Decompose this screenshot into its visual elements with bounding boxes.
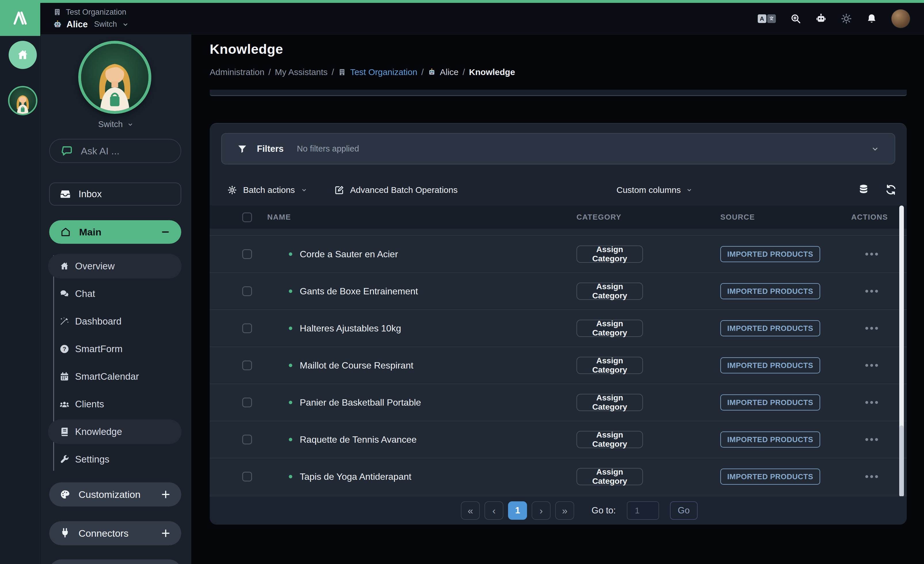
pagination-last-button[interactable]: »: [555, 501, 574, 520]
assistant-switch-label[interactable]: Switch: [94, 20, 117, 29]
sidebar-item-chat[interactable]: Chat: [40, 280, 191, 308]
row-checkbox[interactable]: [242, 435, 252, 444]
chat-bubble-icon: [61, 145, 73, 157]
row-actions-menu[interactable]: [866, 290, 879, 293]
advanced-batch-operations-button[interactable]: Advanced Batch Operations: [334, 185, 458, 195]
go-button[interactable]: Go: [670, 501, 698, 520]
assign-category-button[interactable]: Assign Category: [576, 245, 643, 263]
row-name[interactable]: Raquette de Tennis Avancee: [300, 434, 417, 445]
pagination-page-1[interactable]: 1: [508, 501, 527, 520]
home-button[interactable]: [9, 41, 37, 69]
sidebar-item-dashboard[interactable]: Dashboard: [40, 308, 191, 335]
gear-icon: [227, 185, 237, 195]
row-actions-menu[interactable]: [866, 327, 879, 330]
sidebar-section-partial[interactable]: [49, 560, 181, 564]
sidebar-item-knowledge[interactable]: Knowledge: [40, 418, 191, 446]
batch-actions-button[interactable]: Batch actions: [227, 185, 308, 195]
sidebar-item-settings[interactable]: Settings: [40, 446, 191, 473]
column-header-category[interactable]: CATEGORY: [576, 213, 720, 221]
assistant-mini-avatar[interactable]: [8, 86, 38, 115]
ask-ai-button[interactable]: Ask AI ...: [49, 139, 181, 163]
top-accent-strip: [0, 0, 924, 3]
row-name[interactable]: Gants de Boxe Entrainement: [300, 286, 418, 297]
search-zoom-icon[interactable]: [790, 13, 801, 24]
palette-icon: [60, 489, 70, 500]
breadcrumb-assistant[interactable]: Alice: [440, 67, 459, 77]
sidebar-item-overview[interactable]: Overview: [40, 252, 191, 280]
row-actions-menu[interactable]: [866, 401, 879, 404]
table-scrollbar[interactable]: [899, 205, 904, 497]
row-name[interactable]: Corde a Sauter en Acier: [300, 249, 398, 260]
filters-panel[interactable]: Filters No filters applied: [221, 133, 895, 165]
row-actions-menu[interactable]: [866, 364, 879, 367]
row-name[interactable]: Panier de Basketball Portable: [300, 397, 421, 408]
assistant-name: Alice: [66, 19, 88, 30]
row-name[interactable]: Tapis de Yoga Antiderapant: [300, 471, 411, 482]
data-source-button[interactable]: [857, 183, 870, 196]
goto-page-input[interactable]: [627, 501, 659, 520]
magic-wand-icon: [59, 316, 70, 326]
user-avatar[interactable]: [891, 9, 910, 28]
chevron-down-icon[interactable]: [870, 144, 880, 154]
table-row: Panier de Basketball Portable Assign Cat…: [210, 384, 907, 421]
row-checkbox[interactable]: [242, 323, 252, 333]
ai-assistant-icon[interactable]: [815, 13, 827, 24]
org-assistant-block: Test Organization Alice Switch: [53, 8, 129, 30]
source-badge: IMPORTED PRODUCTS: [720, 394, 820, 410]
main-section-toggle[interactable]: Main: [49, 220, 181, 244]
sidebar-item-smartcalendar[interactable]: SmartCalendar: [40, 363, 191, 390]
theme-toggle-sun-icon[interactable]: [841, 13, 852, 24]
assistant-switch[interactable]: Switch: [40, 120, 191, 129]
assistant-row[interactable]: Alice Switch: [53, 19, 129, 30]
breadcrumb-administration[interactable]: Administration: [210, 67, 264, 77]
sidebar-section-customization[interactable]: Customization: [49, 482, 181, 507]
pagination-prev-button[interactable]: ‹: [484, 501, 503, 520]
row-actions-menu[interactable]: [866, 438, 879, 441]
status-dot: [289, 364, 292, 367]
assign-category-button[interactable]: Assign Category: [576, 431, 643, 448]
row-checkbox[interactable]: [242, 361, 252, 370]
sidebar-item-smartform[interactable]: ? SmartForm: [40, 335, 191, 363]
assign-category-button[interactable]: Assign Category: [576, 357, 643, 374]
sidebar-item-clients[interactable]: Clients: [40, 390, 191, 418]
source-badge: IMPORTED PRODUCTS: [720, 431, 820, 447]
custom-columns-button[interactable]: Custom columns: [616, 180, 693, 200]
column-header-name[interactable]: NAME: [267, 213, 576, 221]
row-checkbox[interactable]: [242, 472, 252, 482]
select-all-checkbox[interactable]: [242, 212, 252, 222]
assign-category-button[interactable]: Assign Category: [576, 320, 643, 337]
breadcrumb-organization[interactable]: Test Organization: [350, 67, 417, 77]
row-checkbox[interactable]: [242, 398, 252, 407]
assign-category-button[interactable]: Assign Category: [576, 283, 643, 300]
translate-icon[interactable]: A: [757, 13, 776, 24]
column-header-source[interactable]: SOURCE: [720, 213, 851, 221]
sidebar-item-label: SmartForm: [75, 344, 123, 355]
assistant-profile-avatar[interactable]: [78, 41, 152, 114]
row-checkbox[interactable]: [242, 249, 252, 259]
inbox-button[interactable]: Inbox: [49, 183, 181, 205]
row-actions-menu[interactable]: [866, 253, 879, 256]
assign-category-button[interactable]: Assign Category: [576, 468, 643, 485]
plus-icon: [160, 489, 171, 500]
custom-columns-label: Custom columns: [616, 185, 681, 195]
overview-home-icon: [59, 261, 70, 271]
scrollbar-thumb[interactable]: [900, 425, 904, 497]
breadcrumb-separator: /: [422, 67, 424, 77]
row-name[interactable]: Halteres Ajustables 10kg: [300, 323, 401, 334]
scrolled-card-sliver: [210, 90, 907, 96]
refresh-button[interactable]: [885, 183, 897, 196]
notifications-bell-icon[interactable]: [866, 13, 878, 24]
pagination-next-button[interactable]: ›: [532, 501, 550, 520]
advanced-batch-label: Advanced Batch Operations: [350, 185, 458, 195]
row-actions-menu[interactable]: [866, 475, 879, 478]
row-name[interactable]: Maillot de Course Respirant: [300, 360, 413, 371]
pagination-first-button[interactable]: «: [461, 501, 480, 520]
status-dot: [289, 326, 292, 330]
knowledge-table-card: Filters No filters applied Batch actions…: [210, 123, 907, 525]
brand-logo[interactable]: [0, 0, 40, 36]
assign-category-button[interactable]: Assign Category: [576, 394, 643, 411]
left-rail: [0, 36, 40, 564]
sidebar-section-connectors[interactable]: Connectors: [49, 521, 181, 545]
breadcrumb-my-assistants[interactable]: My Assistants: [275, 67, 327, 77]
row-checkbox[interactable]: [242, 286, 252, 296]
